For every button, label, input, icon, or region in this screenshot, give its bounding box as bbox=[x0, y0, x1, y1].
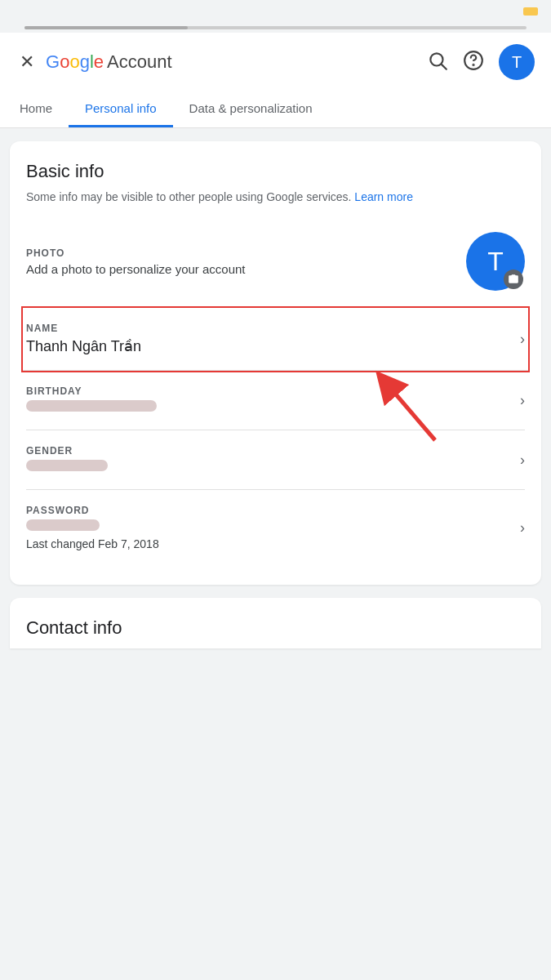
basic-info-subtitle: Some info may be visible to other people… bbox=[26, 189, 525, 206]
svg-line-1 bbox=[442, 65, 447, 69]
tab-personal-info[interactable]: Personal info bbox=[69, 91, 173, 127]
phone-frame: ✕ Google Account bbox=[0, 0, 551, 980]
birthday-row-wrapper: BIRTHDAY › bbox=[26, 371, 525, 430]
name-value: Thanh Ngân Trần bbox=[26, 337, 520, 355]
google-letter-o1: o bbox=[60, 51, 69, 73]
name-chevron-icon: › bbox=[520, 331, 525, 348]
password-label: PASSWORD bbox=[26, 505, 520, 516]
google-letter-e: e bbox=[94, 51, 104, 73]
password-blurred bbox=[26, 519, 100, 531]
birthday-label: BIRTHDAY bbox=[26, 385, 520, 397]
header-left: ✕ Google Account bbox=[16, 48, 172, 76]
account-label: Account bbox=[107, 51, 172, 73]
header-right: T bbox=[427, 44, 535, 80]
search-button[interactable] bbox=[427, 50, 448, 74]
tab-data-personalization[interactable]: Data & personalization bbox=[173, 91, 329, 127]
birthday-blurred bbox=[26, 400, 157, 412]
google-logo: Google Account bbox=[46, 51, 172, 73]
tab-home[interactable]: Home bbox=[16, 91, 69, 127]
status-bar bbox=[0, 0, 551, 23]
search-icon bbox=[427, 50, 448, 71]
gender-blurred bbox=[26, 460, 108, 471]
help-icon bbox=[463, 50, 484, 71]
contact-info-title: Contact info bbox=[26, 617, 525, 639]
scroll-thumb bbox=[24, 26, 188, 29]
password-row[interactable]: PASSWORD Last changed Feb 7, 2018 › bbox=[26, 490, 525, 565]
basic-info-card: Basic info Some info may be visible to o… bbox=[10, 141, 541, 585]
birthday-info: BIRTHDAY bbox=[26, 385, 520, 415]
tabs-nav: Home Personal info Data & personalizatio… bbox=[16, 91, 535, 127]
name-label: NAME bbox=[26, 323, 520, 334]
scroll-track bbox=[24, 26, 527, 29]
google-letter-g2: g bbox=[80, 51, 90, 73]
scroll-bar-area bbox=[0, 23, 551, 33]
header-top: ✕ Google Account bbox=[16, 44, 535, 91]
name-row[interactable]: NAME Thanh Ngân Trần › bbox=[23, 308, 528, 371]
close-button[interactable]: ✕ bbox=[16, 48, 38, 76]
photo-info: PHOTO Add a photo to personalize your ac… bbox=[26, 247, 246, 276]
header: ✕ Google Account bbox=[0, 33, 551, 128]
avatar-letter: T bbox=[512, 53, 522, 72]
contact-info-card-partial: Contact info bbox=[10, 598, 541, 648]
gender-row[interactable]: GENDER › bbox=[26, 430, 525, 490]
google-letter-g: G bbox=[46, 51, 60, 73]
battery-icon bbox=[523, 7, 538, 16]
close-icon: ✕ bbox=[20, 51, 34, 72]
help-button[interactable] bbox=[463, 50, 484, 74]
gender-chevron-icon: › bbox=[520, 452, 525, 469]
name-info: NAME Thanh Ngân Trần bbox=[26, 323, 520, 355]
camera-badge bbox=[504, 270, 523, 289]
photo-avatar[interactable]: T bbox=[466, 232, 525, 291]
birthday-chevron-icon: › bbox=[520, 392, 525, 409]
gender-info: GENDER bbox=[26, 445, 520, 474]
password-last-changed: Last changed Feb 7, 2018 bbox=[26, 537, 520, 550]
photo-section[interactable]: PHOTO Add a photo to personalize your ac… bbox=[26, 222, 525, 308]
google-letter-o2: o bbox=[69, 51, 79, 73]
photo-label: PHOTO bbox=[26, 247, 246, 259]
gender-label: GENDER bbox=[26, 445, 520, 457]
user-avatar[interactable]: T bbox=[499, 44, 535, 80]
password-info: PASSWORD Last changed Feb 7, 2018 bbox=[26, 505, 520, 550]
photo-description: Add a photo to personalize your account bbox=[26, 262, 246, 276]
camera-icon bbox=[508, 274, 519, 285]
birthday-row[interactable]: BIRTHDAY › bbox=[26, 371, 525, 430]
main-content: Basic info Some info may be visible to o… bbox=[0, 128, 551, 662]
learn-more-link[interactable]: Learn more bbox=[354, 190, 413, 203]
password-chevron-icon: › bbox=[520, 519, 525, 537]
svg-point-3 bbox=[473, 65, 473, 65]
basic-info-title: Basic info bbox=[26, 161, 525, 182]
